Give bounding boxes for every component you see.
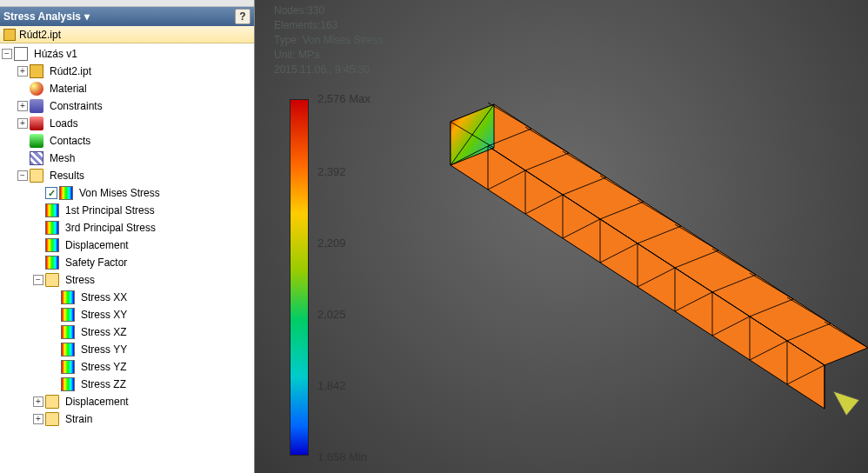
tree-node-safety[interactable]: Safety Factor: [0, 254, 254, 271]
tree-node-results[interactable]: − Results: [0, 167, 254, 184]
material-icon: [30, 82, 43, 96]
tree-node-p1[interactable]: 1st Principal Stress: [0, 202, 254, 219]
simulation-icon: [14, 47, 28, 61]
viewport-hud: Nodes:330 Elements:163 Type: Von Mises S…: [274, 3, 383, 77]
tree-label: Displacement: [63, 395, 131, 409]
tree-label: Stress: [63, 273, 97, 287]
hud-elements-value: 163: [320, 19, 337, 31]
tree-label: Material: [47, 82, 90, 96]
tree-label: Strain: [63, 412, 95, 426]
mesh-icon: [30, 151, 43, 165]
expander-icon[interactable]: −: [17, 170, 28, 181]
expander-icon[interactable]: −: [2, 49, 12, 59]
tree-label: Mesh: [47, 151, 77, 165]
folder-icon: [45, 273, 59, 287]
contacts-icon: [30, 134, 43, 148]
result-icon: [45, 256, 59, 270]
hud-unit-label: Unit:: [274, 49, 296, 61]
expander-icon[interactable]: +: [17, 118, 28, 129]
tree-label: Stress XX: [78, 290, 130, 304]
tree: − Húzás v1 + Rúdt2.ipt Material + Constr…: [0, 43, 254, 473]
legend-tick: 1,842: [317, 379, 346, 392]
fea-beam-render: [346, 78, 868, 443]
file-header[interactable]: Rúdt2.ipt: [0, 26, 254, 43]
tree-node-part[interactable]: + Rúdt2.ipt: [0, 63, 254, 80]
tree-label: 3rd Principal Stress: [63, 221, 158, 235]
tree-label: Stress YY: [78, 343, 130, 356]
tree-node-constraints[interactable]: + Constraints: [0, 97, 254, 115]
tree-node-loads[interactable]: + Loads: [0, 115, 254, 132]
help-button[interactable]: ?: [235, 9, 250, 24]
result-icon: [61, 290, 75, 304]
result-icon: [61, 343, 75, 356]
hud-type-value: Von Mises Stress: [303, 34, 384, 46]
expander-icon[interactable]: +: [33, 396, 43, 407]
tree-node-contacts[interactable]: Contacts: [0, 132, 254, 150]
result-icon: [61, 377, 75, 391]
panel-title: Stress Analysis: [3, 10, 81, 23]
part-icon: [30, 64, 43, 78]
tree-node-strain-group[interactable]: + Strain: [0, 410, 254, 428]
tree-label: Safety Factor: [63, 256, 130, 270]
result-icon: [45, 221, 59, 235]
tree-label: Stress YZ: [78, 360, 129, 374]
tree-node-sxx[interactable]: Stress XX: [0, 289, 254, 306]
tree-node-sxz[interactable]: Stress XZ: [0, 323, 254, 341]
result-icon: [59, 186, 73, 200]
result-icon: [61, 308, 75, 322]
file-header-label: Rúdt2.ipt: [19, 29, 61, 41]
checkbox-icon[interactable]: [45, 187, 57, 199]
result-icon: [45, 203, 59, 217]
folder-icon: [45, 412, 59, 426]
load-arrow-icon: [833, 391, 859, 416]
hud-type-label: Type:: [274, 34, 299, 46]
viewport-3d[interactable]: Nodes:330 Elements:163 Type: Von Mises S…: [255, 0, 868, 473]
hud-unit-value: MPa: [298, 49, 320, 61]
constraints-icon: [30, 99, 43, 113]
tree-label: Contacts: [47, 134, 93, 148]
tree-node-sxy[interactable]: Stress XY: [0, 306, 254, 323]
tree-label: Stress ZZ: [78, 377, 129, 391]
tree-label: Stress XY: [78, 308, 130, 322]
tree-node-syy[interactable]: Stress YY: [0, 341, 254, 358]
hud-nodes-label: Nodes:: [274, 4, 307, 17]
result-icon: [45, 238, 59, 252]
tree-node-disp-group[interactable]: + Displacement: [0, 393, 254, 410]
legend-tick: 2,025: [317, 308, 346, 321]
tree-node-von-mises[interactable]: Von Mises Stress: [0, 184, 254, 202]
folder-icon: [30, 169, 43, 183]
tree-node-material[interactable]: Material: [0, 80, 254, 97]
panel-grip[interactable]: [0, 0, 254, 7]
part-icon: [3, 29, 16, 41]
tree-node-stress-group[interactable]: − Stress: [0, 271, 254, 289]
result-icon: [61, 360, 75, 374]
tree-label: Rúdt2.ipt: [47, 64, 94, 78]
hud-nodes-value: 330: [307, 4, 324, 17]
legend-tick: 2,209: [317, 236, 346, 250]
tree-node-szz[interactable]: Stress ZZ: [0, 376, 254, 393]
tree-label: Displacement: [63, 238, 131, 252]
expander-icon[interactable]: +: [17, 66, 28, 77]
tree-node-p3[interactable]: 3rd Principal Stress: [0, 219, 254, 236]
tree-label: Loads: [47, 117, 81, 130]
expander-icon[interactable]: −: [33, 275, 43, 285]
hud-elements-label: Elements:: [274, 19, 320, 31]
folder-icon: [45, 395, 59, 409]
tree-label: Constraints: [47, 99, 105, 113]
tree-node-displacement[interactable]: Displacement: [0, 236, 254, 254]
tree-label: Stress XZ: [78, 325, 130, 339]
legend-min: 1,658 Min: [317, 450, 367, 463]
legend-bar: [290, 99, 309, 456]
hud-timestamp: 2015.11.06., 9:45:30: [274, 63, 383, 77]
expander-icon[interactable]: +: [17, 101, 28, 111]
legend-tick: 2,392: [317, 165, 346, 178]
sidebar: Stress Analysis ▾ ? Rúdt2.ipt − Húzás v1…: [0, 0, 255, 473]
tree-node-syz[interactable]: Stress YZ: [0, 358, 254, 376]
tree-label: 1st Principal Stress: [63, 203, 157, 217]
tree-node-mesh[interactable]: Mesh: [0, 150, 254, 167]
panel-titlebar[interactable]: Stress Analysis ▾ ?: [0, 7, 254, 26]
expander-icon[interactable]: +: [33, 414, 43, 424]
tree-label: Von Mises Stress: [77, 186, 163, 200]
tree-node-simulation[interactable]: − Húzás v1: [0, 45, 254, 63]
tree-label: Results: [47, 169, 87, 183]
